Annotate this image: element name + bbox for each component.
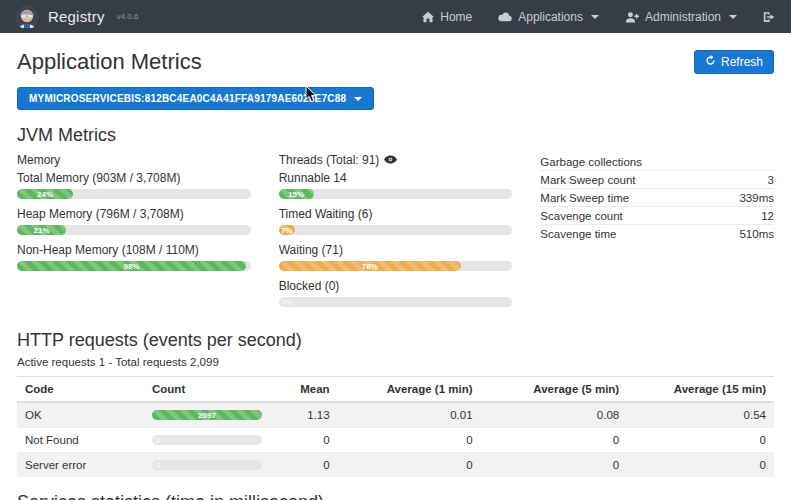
http-requests-subtitle: Active requests 1 - Total requests 2,099 (17, 356, 774, 368)
threads-column: Threads (Total: 91) Runnable 14 15% Time… (279, 153, 513, 315)
http-code: Server error (17, 453, 144, 478)
http-avg1: 0.01 (338, 402, 481, 428)
nav-item-home[interactable]: Home (422, 10, 472, 24)
brand-link[interactable]: Registry v4.0.6 (15, 5, 138, 29)
http-avg5: 0 (481, 428, 628, 453)
table-row: Not Found 2 0 0 0 0 (17, 428, 774, 453)
timed-waiting-progress: 7% (279, 225, 513, 235)
col-header-mean: Mean (270, 377, 338, 403)
http-count-progress: 2 (152, 435, 262, 445)
main-content: Application Metrics Refresh MYMICROSERVI… (0, 33, 791, 500)
col-header-avg5: Average (5 min) (481, 377, 628, 403)
refresh-icon (705, 55, 716, 69)
http-count-progress: 2097 (152, 410, 262, 420)
nav-item-label: Administration (645, 10, 721, 24)
nonheap-memory-progress: 98% (17, 261, 251, 271)
sign-out-icon (763, 11, 776, 23)
services-statistics-title: Services statistics (time in millisecond… (17, 492, 774, 500)
sign-out-button[interactable] (763, 11, 776, 23)
refresh-label: Refresh (721, 55, 763, 69)
home-icon (422, 11, 434, 23)
progress-value: 7% (281, 226, 293, 235)
http-mean: 0 (270, 428, 338, 453)
http-code: OK (17, 402, 144, 428)
gc-value: 510ms (739, 228, 774, 240)
caret-down-icon (729, 15, 737, 19)
http-avg1: 0 (338, 428, 481, 453)
user-plus-icon (625, 11, 639, 23)
garbage-collections-column: Garbage collections Mark Sweep count 3 M… (540, 153, 774, 315)
col-header-avg1: Average (1 min) (338, 377, 481, 403)
gc-value: 3 (768, 174, 774, 186)
instance-selector-dropdown[interactable]: MYMICROSERVICEBIS:812BC4EA0C4A41FFA9179A… (17, 87, 374, 110)
gc-row: Mark Sweep count 3 (540, 171, 774, 189)
refresh-button[interactable]: Refresh (694, 50, 774, 74)
progress-value: 2097 (198, 411, 216, 420)
waiting-label: Waiting (71) (279, 243, 513, 257)
nav-item-applications[interactable]: Applications (498, 10, 599, 24)
memory-title: Memory (17, 153, 251, 167)
progress-value: 0 (156, 461, 160, 470)
gc-value: 339ms (739, 192, 774, 204)
http-mean: 0 (270, 453, 338, 478)
eye-icon[interactable] (384, 153, 397, 167)
table-row: OK 2097 1.13 0.01 0.08 0.54 (17, 402, 774, 428)
nonheap-memory-label: Non-Heap Memory (108M / 110M) (17, 243, 251, 257)
col-header-avg15: Average (15 min) (627, 377, 774, 403)
jhipster-avatar-icon (15, 5, 39, 29)
nav-item-administration[interactable]: Administration (625, 10, 737, 24)
brand-title: Registry (48, 8, 105, 25)
http-avg5: 0.08 (481, 402, 628, 428)
caret-down-icon (354, 97, 362, 101)
http-avg15: 0 (627, 453, 774, 478)
waiting-progress: 78% (279, 261, 513, 271)
instance-selector-label: MYMICROSERVICEBIS:812BC4EA0C4A41FFA9179A… (29, 93, 346, 104)
gc-label: Mark Sweep count (540, 174, 635, 186)
progress-value: 0% (283, 298, 295, 307)
page-title: Application Metrics (17, 49, 202, 75)
timed-waiting-label: Timed Waiting (6) (279, 207, 513, 221)
navbar: Registry v4.0.6 Home Applications Admini… (0, 0, 791, 33)
total-memory-label: Total Memory (903M / 3,708M) (17, 171, 251, 185)
runnable-progress: 15% (279, 189, 513, 199)
gc-title: Garbage collections (540, 156, 642, 168)
total-memory-progress: 24% (17, 189, 251, 199)
brand-version: v4.0.6 (117, 12, 139, 21)
runnable-label: Runnable 14 (279, 171, 513, 185)
gc-row: Scavenge count 12 (540, 207, 774, 225)
threads-title: Threads (Total: 91) (279, 153, 380, 167)
progress-value: 78% (362, 262, 378, 271)
heap-memory-label: Heap Memory (796M / 3,708M) (17, 207, 251, 221)
blocked-progress: 0% (279, 297, 513, 307)
col-header-code: Code (17, 377, 144, 403)
progress-value: 15% (288, 190, 304, 199)
http-avg15: 0.54 (627, 402, 774, 428)
progress-value: 24% (37, 190, 53, 199)
progress-value: 98% (123, 262, 139, 271)
gc-label: Mark Sweep time (540, 192, 629, 204)
http-code: Not Found (17, 428, 144, 453)
gc-value: 12 (761, 210, 774, 222)
gc-row: Scavenge time 510ms (540, 225, 774, 242)
col-header-count: Count (144, 377, 270, 403)
cloud-icon (498, 11, 512, 22)
blocked-label: Blocked (0) (279, 279, 513, 293)
http-requests-table: Code Count Mean Average (1 min) Average … (17, 376, 774, 477)
caret-down-icon (591, 15, 599, 19)
gc-label: Scavenge count (540, 210, 622, 222)
table-row: Server error 0 0 0 0 0 (17, 453, 774, 478)
gc-row: Mark Sweep time 339ms (540, 189, 774, 207)
http-mean: 1.13 (270, 402, 338, 428)
nav-menu: Home Applications Administration (422, 10, 776, 24)
http-avg1: 0 (338, 453, 481, 478)
nav-item-label: Home (440, 10, 472, 24)
progress-value: 21% (34, 226, 50, 235)
jvm-metrics-title: JVM Metrics (17, 125, 774, 146)
http-requests-title: HTTP requests (events per second) (17, 330, 774, 351)
http-avg15: 0 (627, 428, 774, 453)
gc-label: Scavenge time (540, 228, 616, 240)
heap-memory-progress: 21% (17, 225, 251, 235)
progress-value: 2 (156, 436, 160, 445)
http-avg5: 0 (481, 453, 628, 478)
memory-column: Memory Total Memory (903M / 3,708M) 24% … (17, 153, 251, 315)
